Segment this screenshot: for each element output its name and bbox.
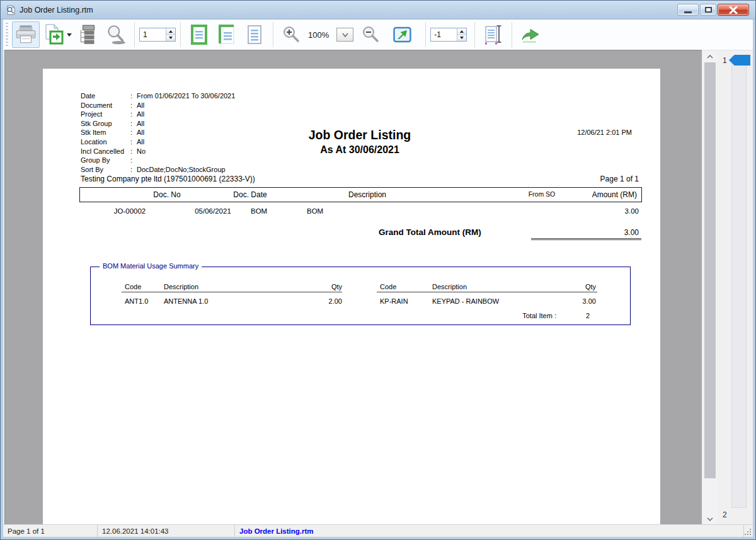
spinner-up-icon (460, 30, 464, 33)
page-number-spinner[interactable]: 1 (139, 28, 176, 42)
window-title: Job Order Listing.rtm (20, 6, 93, 14)
search-icon (105, 25, 127, 45)
page-setup-button[interactable] (479, 21, 507, 48)
toolbar-separator (134, 22, 135, 47)
report-title: Job Order Listing (171, 128, 549, 142)
vertical-scrollbar[interactable] (703, 50, 717, 524)
cell-group: BOM (251, 207, 267, 215)
report-preview-window: Job Order Listing.rtm (0, 0, 756, 540)
spinner-down-icon (169, 37, 173, 39)
page-margins-icon (484, 25, 502, 45)
outline-tree-icon (77, 25, 100, 45)
cell-description: BOM (307, 207, 323, 215)
filter-row: Sort By:DocDate;DocNo;StockGroup (81, 165, 235, 175)
printed-timestamp: 12/06/21 2:01 PM (577, 129, 632, 136)
page-number-value[interactable]: 1 (140, 28, 166, 41)
printer-icon (14, 25, 37, 45)
preview-area: Date:From 01/06/2021 To 30/06/2021 Docum… (3, 50, 753, 524)
spinner-down-icon (460, 37, 464, 39)
whole-page-view-button[interactable] (185, 21, 213, 48)
export-icon (42, 24, 65, 45)
copies-spinner[interactable]: -1 (430, 28, 467, 42)
table-header-row: Doc. No Doc. Date Description From SO Am… (79, 187, 642, 202)
col-header-amount: Amount (RM) (592, 190, 637, 199)
chevron-down-icon (342, 33, 348, 37)
copies-spinner-down-button[interactable] (457, 35, 466, 42)
toolbar-separator (180, 22, 181, 47)
page-spinner-down-button[interactable] (166, 35, 175, 42)
page-slider[interactable]: 1 2 (718, 50, 753, 524)
zoom-out-button[interactable] (357, 21, 385, 48)
table-row: JO-00002 05/06/2021 BOM BOM 3.00 (43, 207, 660, 216)
scrollbar-thumb[interactable] (704, 62, 716, 478)
report-page-label: Page 1 of 1 (600, 175, 639, 183)
grand-total-rule (531, 229, 641, 240)
whole-page-icon (191, 25, 207, 45)
close-icon (729, 6, 738, 14)
maximize-icon (705, 7, 712, 13)
col-header-from-so: From SO (504, 190, 580, 198)
scroll-up-button[interactable] (703, 51, 717, 62)
zoom-level-label: 100% (308, 30, 329, 40)
bom-cell-qty: 2.00 (329, 297, 342, 305)
report-page: Date:From 01/06/2021 To 30/06/2021 Docum… (43, 69, 660, 524)
chevron-down-icon (707, 517, 713, 521)
bom-header-rule-right (377, 284, 597, 292)
titlebar: Job Order Listing.rtm (1, 1, 755, 20)
export-button[interactable] (40, 21, 74, 48)
cell-doc-no: JO-00002 (98, 207, 161, 215)
minimize-button[interactable] (677, 4, 699, 16)
bom-cell-code: ANT1.0 (125, 297, 148, 305)
toolbar-separator (273, 22, 273, 47)
toolbar-grip[interactable] (6, 23, 8, 47)
pop-out-icon (393, 26, 412, 43)
bom-cell-description: ANTENNA 1.0 (164, 297, 208, 305)
bom-cell-qty: 3.00 (583, 297, 596, 305)
bom-total-label: Total Item : (522, 312, 556, 319)
page-spinner-up-button[interactable] (166, 28, 175, 35)
zoom-in-button[interactable] (278, 21, 306, 48)
print-button[interactable] (12, 21, 40, 48)
filter-row: Project:All (81, 110, 235, 119)
status-datetime-panel: 12.06.2021 14:01:43 (98, 525, 235, 537)
bom-cell-code: KP-RAIN (380, 297, 408, 305)
toolbar-separator (512, 22, 512, 47)
page-slider-track[interactable] (731, 56, 747, 508)
copies-spinner-up-button[interactable] (457, 28, 466, 35)
preview-app-icon (6, 5, 16, 15)
scroll-down-button[interactable] (703, 514, 717, 524)
maximize-button[interactable] (700, 4, 716, 16)
resize-grip-icon[interactable] (744, 528, 752, 536)
col-header-description: Description (329, 190, 405, 199)
filter-row: Stk Group:All (81, 119, 235, 129)
bom-summary-title: BOM Material Usage Summary (100, 262, 202, 270)
cell-doc-date: 05/06/2021 (175, 207, 251, 215)
export-dropdown-caret-icon[interactable] (67, 33, 72, 37)
forward-arrow-icon (520, 26, 541, 43)
zoom-dropdown[interactable] (336, 28, 353, 42)
status-page-panel: Page 1 of 1 (3, 525, 98, 537)
spinner-up-icon (169, 30, 173, 33)
cell-amount: 3.00 (625, 207, 639, 215)
toolbar: 1 (3, 20, 753, 50)
page-width-view-button[interactable] (213, 21, 241, 48)
outline-toc-button[interactable] (74, 21, 102, 48)
send-report-button[interactable] (517, 21, 544, 48)
page-width-icon (219, 25, 235, 45)
page-slider-last: 2 (723, 510, 727, 519)
close-button[interactable] (718, 4, 749, 16)
full-size-page-icon (246, 25, 263, 45)
toolbar-separator (425, 22, 426, 47)
open-in-new-window-button[interactable] (389, 21, 416, 48)
full-size-view-button[interactable] (241, 21, 268, 48)
search-button[interactable] (102, 21, 130, 48)
minimize-icon (684, 11, 692, 13)
zoom-out-icon (361, 25, 381, 44)
zoom-in-icon (282, 25, 302, 44)
copies-value[interactable]: -1 (431, 28, 457, 41)
status-filename-panel: Job Order Listing.rtm (235, 525, 744, 537)
bom-header-rule-left (122, 284, 342, 292)
col-header-doc-no: Doc. No (135, 190, 198, 199)
filter-row: Document:All (81, 101, 235, 110)
filter-row: Date:From 01/06/2021 To 30/06/2021 (81, 91, 235, 101)
